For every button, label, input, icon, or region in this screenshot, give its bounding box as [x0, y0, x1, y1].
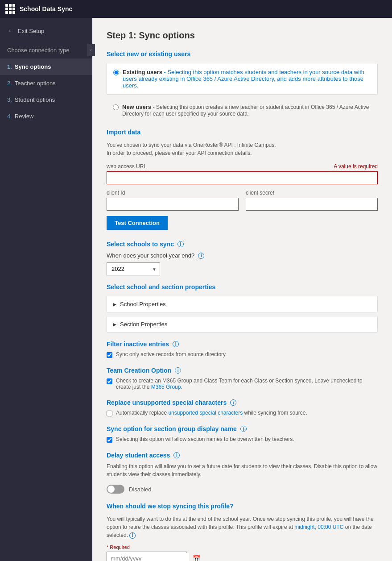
- year-question-row: When does your school year end? i: [107, 252, 378, 259]
- team-creation-heading: Team Creation Option: [107, 367, 171, 374]
- replace-chars-info-icon[interactable]: i: [230, 399, 236, 406]
- stop-sync-desc: You will typically want to do this at th…: [107, 515, 378, 539]
- web-access-url-label: web access URL: [107, 163, 147, 170]
- sidebar-teacher-options-label: Teacher options: [15, 80, 56, 87]
- section-group-label: Selecting this option will allow section…: [116, 436, 294, 442]
- section-group-info-icon[interactable]: i: [240, 426, 247, 432]
- client-secret-input[interactable]: [246, 198, 378, 211]
- section-properties-section: ▶ Section Properties: [107, 316, 378, 332]
- filter-inactive-heading: Filter inactive entries: [107, 341, 169, 348]
- select-schools-heading: Select schools to sync: [107, 241, 174, 248]
- team-creation-label: Check to create an M365 Group and Class …: [116, 378, 378, 390]
- client-secret-label: client secret: [246, 190, 274, 196]
- calendar-icon[interactable]: 📅: [189, 552, 204, 561]
- new-users-row: New users - Selecting this option create…: [107, 99, 378, 121]
- step-1-num: 1.: [7, 63, 12, 70]
- sidebar-sync-options-label: Sync options: [15, 63, 51, 70]
- new-users-radio[interactable]: [113, 104, 119, 110]
- replace-chars-section: Replace unsupported special characters i…: [107, 399, 378, 416]
- client-fields-row: client Id client secret: [107, 190, 378, 211]
- delay-access-toggle-row: Disabled: [107, 485, 378, 494]
- sidebar-item-sync-options[interactable]: 1. Sync options: [0, 58, 92, 75]
- client-id-input[interactable]: [107, 198, 239, 211]
- delay-access-heading: Delay student access: [107, 452, 170, 459]
- team-creation-info-icon[interactable]: i: [175, 367, 181, 374]
- delay-access-toggle-label: Disabled: [129, 486, 152, 493]
- select-users-heading: Select new or existing users: [107, 50, 378, 58]
- sidebar-item-teacher-options[interactable]: 2. Teacher options: [0, 75, 92, 91]
- date-input[interactable]: [107, 553, 189, 561]
- school-props-triangle-icon: ▶: [113, 302, 116, 307]
- select-schools-section: Select schools to sync i: [107, 241, 378, 248]
- school-properties-label: School Properties: [120, 301, 166, 308]
- section-group-section: Sync option for section group display na…: [107, 425, 378, 443]
- page-title: Step 1: Sync options: [107, 30, 378, 41]
- step-4-num: 4.: [7, 113, 12, 120]
- exit-setup-label: Exit Setup: [18, 28, 44, 34]
- top-bar: School Data Sync: [0, 0, 392, 18]
- delay-access-section: Delay student access i Enabling this opt…: [107, 452, 378, 494]
- exit-setup-button[interactable]: ← Exit Setup: [0, 21, 92, 40]
- app-title: School Data Sync: [20, 5, 72, 12]
- team-creation-checkbox[interactable]: [107, 378, 112, 384]
- filter-inactive-checkbox[interactable]: [107, 352, 112, 358]
- client-id-label: client Id: [107, 190, 125, 196]
- web-access-url-input[interactable]: [107, 171, 378, 184]
- sidebar-item-student-options[interactable]: 3. Student options: [0, 91, 92, 108]
- filter-inactive-section: Filter inactive entries i Sync only acti…: [107, 341, 378, 358]
- section-properties-label: Section Properties: [120, 321, 167, 328]
- sidebar-item-review[interactable]: 4. Review: [0, 108, 92, 125]
- delay-access-info-icon[interactable]: i: [173, 452, 180, 458]
- stop-sync-section: When should we stop syncing this profile…: [107, 503, 378, 561]
- web-access-url-error: A value is required: [334, 163, 378, 170]
- year-select[interactable]: 2021 2022 2023 2024: [107, 262, 160, 275]
- section-properties-header[interactable]: ▶ Section Properties: [107, 316, 377, 332]
- web-access-url-field: web access URL A value is required: [107, 163, 378, 184]
- existing-users-box: Existing users - Selecting this option m…: [107, 63, 378, 95]
- replace-chars-label: Automatically replace unsupported specia…: [116, 410, 307, 416]
- school-section-props-heading: Select school and section properties: [107, 283, 378, 291]
- required-label: * Required: [107, 544, 378, 550]
- section-group-checkbox-row: Selecting this option will allow section…: [107, 436, 378, 443]
- grid-icon[interactable]: [5, 4, 15, 14]
- filter-inactive-label: Sync only active records from source dir…: [116, 351, 226, 357]
- sidebar-review-label: Review: [15, 113, 34, 120]
- filter-inactive-checkbox-row: Sync only active records from source dir…: [107, 351, 378, 358]
- sidebar-item-choose-connection[interactable]: Choose connection type: [0, 42, 92, 58]
- new-users-desc: - Selecting this option creates a new te…: [122, 104, 369, 117]
- import-data-heading: Import data: [107, 129, 378, 136]
- section-group-checkbox[interactable]: [107, 437, 112, 443]
- step-3-num: 3.: [7, 96, 12, 103]
- test-connection-button[interactable]: Test Connection: [107, 216, 168, 230]
- client-secret-field: client secret: [246, 190, 378, 211]
- replace-chars-checkbox-row: Automatically replace unsupported specia…: [107, 410, 378, 416]
- toggle-thumb: [107, 486, 115, 493]
- replace-chars-checkbox[interactable]: [107, 411, 112, 416]
- filter-inactive-info-icon[interactable]: i: [173, 341, 179, 347]
- date-input-wrapper: 📅: [107, 552, 187, 561]
- replace-chars-heading: Replace unsupported special characters: [107, 399, 227, 406]
- sidebar-nav: Choose connection type 1. Sync options 2…: [0, 42, 92, 125]
- back-arrow-icon: ←: [7, 27, 14, 35]
- step-2-num: 2.: [7, 80, 12, 87]
- delay-access-desc: Enabling this option will allow you to s…: [107, 462, 378, 478]
- year-info-icon[interactable]: i: [198, 253, 204, 259]
- team-creation-section: Team Creation Option i Check to create a…: [107, 367, 378, 390]
- sidebar-student-options-label: Student options: [15, 96, 55, 103]
- import-data-desc: You've chosen to sync your data via OneR…: [107, 141, 378, 157]
- client-id-field: client Id: [107, 190, 239, 211]
- new-users-label: New users: [122, 104, 151, 110]
- main-content: Step 1: Sync options Select new or exist…: [92, 18, 392, 561]
- sidebar: ← Exit Setup ‹ Choose connection type 1.…: [0, 18, 92, 561]
- delay-access-toggle[interactable]: [107, 485, 124, 494]
- existing-users-radio[interactable]: [113, 70, 119, 75]
- stop-sync-heading: When should we stop syncing this profile…: [107, 503, 378, 510]
- year-dropdown-wrapper: 2021 2022 2023 2024 ▼: [107, 262, 378, 275]
- school-properties-section: ▶ School Properties: [107, 296, 378, 312]
- select-schools-info-icon[interactable]: i: [177, 241, 184, 247]
- school-properties-header[interactable]: ▶ School Properties: [107, 296, 377, 312]
- year-question-label: When does your school year end?: [107, 252, 194, 259]
- sidebar-collapse-button[interactable]: ‹: [87, 44, 95, 56]
- section-props-triangle-icon: ▶: [113, 322, 116, 327]
- stop-sync-info-icon[interactable]: i: [129, 532, 136, 539]
